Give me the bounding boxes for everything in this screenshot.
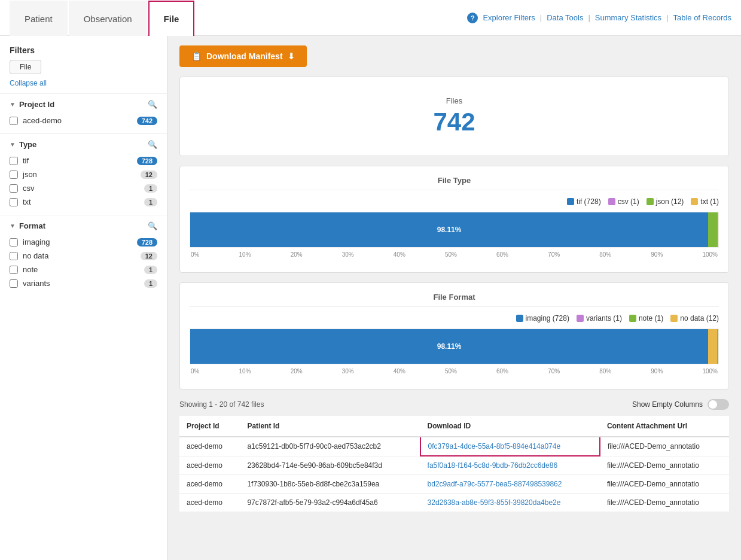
checkbox-txt[interactable] (10, 198, 18, 206)
checkbox-variants[interactable] (10, 279, 18, 288)
filter-section-header-project-id: ▼ Project Id 🔍 (10, 100, 157, 109)
badge-aced-demo: 742 (137, 117, 157, 125)
badge-variants: 1 (144, 279, 157, 288)
nav-sep-1: | (540, 13, 542, 22)
filter-row-tif: tif 728 (10, 154, 157, 168)
nav-table-of-records[interactable]: Table of Records (673, 13, 731, 22)
checkbox-note[interactable] (10, 266, 18, 274)
legend-label-no-data: no data (12) (680, 314, 719, 322)
nav-links: ? Explorer Filters | Data Tools | Summar… (467, 13, 731, 23)
file-format-chart: 98.11% 0% 10% 20% 30% 40% 50% 60% 70% 80… (190, 328, 719, 375)
search-icon-project-id[interactable]: 🔍 (148, 100, 157, 109)
checkbox-json[interactable] (10, 171, 18, 179)
legend-label-imaging: imaging (728) (526, 314, 569, 322)
legend-tif: tif (728) (567, 197, 601, 206)
legend-dot-no-data (670, 315, 678, 322)
nav-summary-statistics[interactable]: Summary Statistics (595, 13, 661, 22)
legend-label-tif: tif (728) (577, 197, 601, 206)
file-format-card: File Format imaging (728) variants (1) n… (179, 282, 729, 389)
bar-tif: 98.11% (190, 212, 708, 247)
filter-tab-file[interactable]: File (10, 60, 41, 74)
chevron-project-id: ▼ (10, 101, 16, 108)
tab-file[interactable]: File (148, 1, 195, 36)
download-id-link[interactable]: bd2c9adf-a79c-5577-bea5-887498539862 (428, 480, 562, 488)
legend-csv: csv (1) (608, 197, 639, 206)
search-icon-type[interactable]: 🔍 (148, 140, 157, 149)
filter-section-type: ▼ Type 🔍 tif 728 json 12 (0, 133, 167, 215)
bar-imaging: 98.11% (190, 329, 708, 364)
download-manifest-button[interactable]: 📋 Download Manifest ⬇ (179, 45, 307, 67)
filter-section-title-format[interactable]: ▼ Format (10, 221, 45, 230)
main-layout: Filters File Collapse all ▼ Project Id 🔍… (0, 36, 741, 560)
legend-dot-imaging (516, 315, 523, 322)
table-header-row: Showing 1 - 20 of 742 files Show Empty C… (179, 399, 729, 410)
legend-label-note: note (1) (639, 314, 663, 322)
show-empty-columns-toggle[interactable] (708, 399, 729, 410)
chevron-format: ▼ (10, 223, 16, 229)
download-icon: 📋 (191, 51, 202, 61)
download-id-link[interactable]: 0fc379a1-4dce-55a4-8bf5-894e414a074e (428, 442, 561, 451)
table-row: aced-demoa1c59121-db0b-5f7d-90c0-aed753a… (179, 437, 729, 456)
label-imaging: imaging (23, 238, 50, 246)
cell-content-url: file:///ACED-Demo_annotatio (600, 475, 729, 494)
filter-section-title-project-id[interactable]: ▼ Project Id (10, 100, 54, 109)
cell-patient-id: 97c7872f-afb5-5e79-93a2-c994a6df45a6 (240, 494, 420, 512)
legend-dot-csv (608, 198, 615, 205)
cell-download-id[interactable]: bd2c9adf-a79c-5577-bea5-887498539862 (420, 475, 600, 494)
file-format-axis: 0% 10% 20% 30% 40% 50% 60% 70% 80% 90% 1… (190, 368, 719, 375)
checkbox-imaging[interactable] (10, 238, 18, 246)
table-header: Project Id Patient Id Download ID Conten… (179, 416, 729, 437)
cell-download-id[interactable]: fa5f0a18-f164-5c8d-9bdb-76db2cc6de86 (420, 456, 600, 475)
help-icon[interactable]: ? (467, 13, 478, 23)
tab-patient[interactable]: Patient (10, 1, 68, 36)
data-table: Project Id Patient Id Download ID Conten… (179, 416, 729, 512)
legend-dot-json (647, 198, 654, 205)
checkbox-tif[interactable] (10, 157, 18, 165)
checkbox-aced-demo[interactable] (10, 117, 18, 125)
legend-label-json: json (12) (656, 197, 684, 206)
legend-label-txt: txt (1) (700, 197, 719, 206)
file-format-title: File Format (190, 293, 719, 307)
filter-row-variants: variants 1 (10, 276, 157, 290)
filter-tab-bar: File (0, 60, 167, 79)
nav-data-tools[interactable]: Data Tools (547, 13, 583, 22)
download-id-link[interactable]: 32d2638a-ab8e-59f3-855f-39820da4be2e (428, 498, 561, 507)
legend-variants: variants (1) (577, 314, 622, 322)
checkbox-no-data[interactable] (10, 252, 18, 260)
filter-row-csv: csv 1 (10, 181, 157, 195)
table-row: aced-demo97c7872f-afb5-5e79-93a2-c994a6d… (179, 494, 729, 512)
legend-no-data: no data (12) (670, 314, 719, 322)
filter-section-header-format: ▼ Format 🔍 (10, 221, 157, 230)
filter-row-aced-demo: aced-demo 742 (10, 114, 157, 127)
collapse-all-link[interactable]: Collapse all (0, 79, 167, 93)
bar-note (718, 329, 718, 364)
file-type-chart: 98.11% 0% 10% 20% 30% 40% 50% 60% 70% 80… (190, 212, 719, 258)
download-id-link[interactable]: fa5f0a18-f164-5c8d-9bdb-76db2cc6de86 (428, 461, 558, 470)
badge-txt: 1 (144, 198, 157, 206)
bar-txt (718, 212, 718, 247)
nav-sep-2: | (588, 13, 590, 22)
tab-observation[interactable]: Observation (69, 1, 147, 36)
legend-label-csv: csv (1) (618, 197, 639, 206)
cell-patient-id: 1f730930-1b8c-55eb-8d8f-cbe2c3a159ea (240, 475, 420, 494)
label-no-data: no data (23, 251, 48, 260)
legend-dot-txt (691, 198, 698, 205)
cell-project-id: aced-demo (179, 456, 240, 475)
label-variants: variants (23, 279, 50, 288)
nav-explorer-filters[interactable]: Explorer Filters (483, 13, 535, 22)
cell-download-id[interactable]: 0fc379a1-4dce-55a4-8bf5-894e414a074e (420, 437, 600, 456)
toggle-container: Show Empty Columns (632, 399, 729, 410)
cell-patient-id: 23628bd4-714e-5e90-86ab-609bc5e84f3d (240, 456, 420, 475)
search-icon-format[interactable]: 🔍 (148, 221, 157, 230)
filter-section-format: ▼ Format 🔍 imaging 728 no data 12 (0, 215, 167, 296)
legend-note: note (1) (629, 314, 663, 322)
checkbox-csv[interactable] (10, 184, 18, 193)
legend-imaging: imaging (728) (516, 314, 569, 322)
table-row: aced-demo23628bd4-714e-5e90-86ab-609bc5e… (179, 456, 729, 475)
cell-project-id: aced-demo (179, 475, 240, 494)
file-type-legend: tif (728) csv (1) json (12) txt (1) (190, 197, 719, 206)
filter-section-title-type[interactable]: ▼ Type (10, 140, 36, 149)
cell-download-id[interactable]: 32d2638a-ab8e-59f3-855f-39820da4be2e (420, 494, 600, 512)
sidebar-title: Filters (0, 45, 167, 60)
table-row: aced-demo1f730930-1b8c-55eb-8d8f-cbe2c3a… (179, 475, 729, 494)
